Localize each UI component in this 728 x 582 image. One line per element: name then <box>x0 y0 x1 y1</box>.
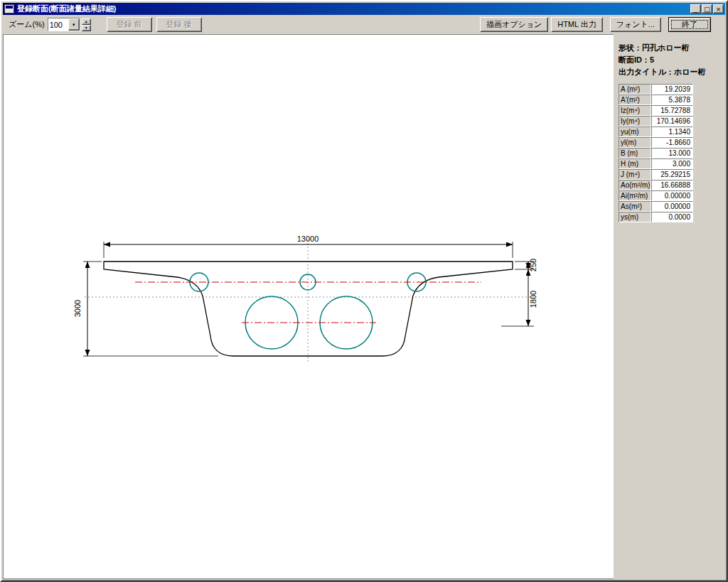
zoom-label: ズーム(%) <box>9 19 45 30</box>
property-value: 0.0000 <box>651 212 693 222</box>
close-button[interactable]: × <box>713 4 724 14</box>
property-row: H (m)3.000 <box>619 158 722 169</box>
prev-section-button[interactable]: 登録 前 <box>107 17 152 32</box>
app-icon[interactable] <box>4 4 14 14</box>
property-value: 13.000 <box>651 148 693 158</box>
property-label: yu(m) <box>619 126 651 137</box>
zoom-up-icon[interactable]: ▲ <box>82 18 91 25</box>
minimize-button[interactable]: _ <box>690 4 701 14</box>
exit-button[interactable]: 終了 <box>668 17 711 32</box>
font-button[interactable]: フォント... <box>610 17 661 32</box>
property-label: Iy(m⁴) <box>619 116 651 126</box>
property-label: A'(m²) <box>619 95 651 105</box>
window-title: 登録断面(断面諸量結果詳細) <box>17 4 690 14</box>
drawing-canvas: 13000 3000 250 1800 <box>3 34 616 579</box>
property-label: Iz(m⁴) <box>619 105 651 116</box>
maximize-button[interactable]: □ <box>702 4 712 14</box>
property-value: 3.000 <box>651 158 693 169</box>
property-label: A (m²) <box>619 84 651 95</box>
property-label: H (m) <box>619 158 651 169</box>
draw-options-button[interactable]: 描画オプション <box>480 17 548 32</box>
property-row: A'(m²)5.3878 <box>619 95 722 105</box>
property-row: J (m⁴)25.29215 <box>619 169 722 180</box>
property-value: 0.00000 <box>651 190 693 201</box>
property-row: As(m²)0.00000 <box>619 201 722 212</box>
property-row: yl(m)-1.8660 <box>619 137 722 148</box>
property-row: yu(m)1.1340 <box>619 126 722 137</box>
centerlines <box>135 282 481 323</box>
html-output-button[interactable]: HTML 出力 <box>551 17 603 32</box>
output-title-line: 出力タイトル：ホロー桁 <box>619 67 722 79</box>
app-window: 登録断面(断面諸量結果詳細) _ □ × ズーム(%) ▼ ▲ ▼ 登録 前 登… <box>0 0 728 582</box>
property-label: Ai(m²/m) <box>619 190 651 201</box>
title-bar: 登録断面(断面諸量結果詳細) _ □ × <box>3 3 725 15</box>
property-value: 1.1340 <box>651 126 693 137</box>
property-table: A (m²)19.2039A'(m²)5.3878Iz(m⁴)15.72788I… <box>619 84 722 222</box>
property-row: B (m)13.000 <box>619 148 722 158</box>
properties-panel: 形状：円孔ホロー桁 断面ID：5 出力タイトル：ホロー桁 A (m²)19.20… <box>614 34 725 579</box>
property-row: Ao(m²/m)16.66888 <box>619 180 722 190</box>
property-row: ys(m)0.0000 <box>619 212 722 222</box>
property-value: 5.3878 <box>651 95 693 105</box>
property-row: A (m²)19.2039 <box>619 84 722 95</box>
zoom-stepper: ▲ ▼ <box>82 18 91 31</box>
window-controls: _ □ × <box>690 4 724 14</box>
auxiliary-lines <box>85 239 534 364</box>
toolbar: ズーム(%) ▼ ▲ ▼ 登録 前 登録 後 描画オプション HTML 出力 フ… <box>3 15 725 34</box>
next-section-button[interactable]: 登録 後 <box>156 17 202 32</box>
zoom-dropdown-arrow-icon[interactable]: ▼ <box>68 18 80 31</box>
property-value: 0.00000 <box>651 201 693 212</box>
property-label: Ao(m²/m) <box>619 180 651 190</box>
property-label: B (m) <box>619 148 651 158</box>
zoom-combobox: ▼ <box>48 18 80 31</box>
property-row: Iz(m⁴)15.72788 <box>619 105 722 116</box>
property-value: 15.72788 <box>651 105 693 116</box>
dim-width-label: 13000 <box>297 235 319 243</box>
property-row: Iy(m⁴)170.14696 <box>619 116 722 126</box>
property-value: -1.8660 <box>651 137 693 148</box>
section-drawing: 13000 3000 250 1800 <box>4 35 616 579</box>
property-row: Ai(m²/m)0.00000 <box>619 190 722 201</box>
dim-height-label: 3000 <box>73 300 82 317</box>
property-label: As(m²) <box>619 201 651 212</box>
property-value: 19.2039 <box>651 84 693 95</box>
dim-flange-label: 250 <box>529 259 537 271</box>
dim-hole-depth-label: 1800 <box>529 291 537 308</box>
property-value: 16.66888 <box>651 180 693 190</box>
shape-line: 形状：円孔ホロー桁 <box>619 43 722 55</box>
zoom-input[interactable] <box>48 18 68 31</box>
property-label: J (m⁴) <box>619 169 651 180</box>
zoom-down-icon[interactable]: ▼ <box>82 25 91 31</box>
section-id-line: 断面ID：5 <box>619 55 722 67</box>
dimension-lines: 13000 3000 250 1800 <box>73 235 537 356</box>
property-label: ys(m) <box>619 212 651 222</box>
property-label: yl(m) <box>619 137 651 148</box>
property-value: 25.29215 <box>651 169 693 180</box>
property-value: 170.14696 <box>651 116 693 126</box>
